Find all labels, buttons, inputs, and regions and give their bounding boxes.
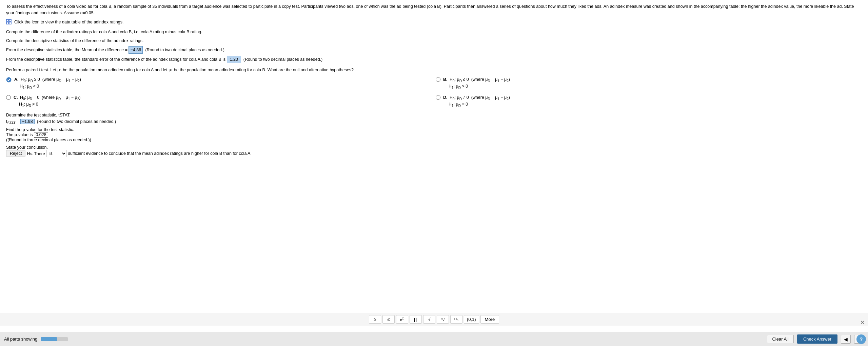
clear-all-button[interactable]: Clear All	[767, 335, 793, 343]
toolbar-btn-sqrt[interactable]: √	[423, 315, 435, 324]
grid-icon[interactable]	[6, 19, 12, 25]
hypothesis-option-b[interactable]: B. H0: μD ≤ 0 (where μD = μ1 − μ2) H1: μ…	[436, 75, 855, 91]
svg-point-4	[6, 77, 11, 82]
tstat-line: tSTAT = −1.98 (Round to two decimal plac…	[6, 119, 855, 125]
toolbar-close-button[interactable]: ✕	[860, 319, 865, 326]
hypothesis-option-c[interactable]: C. H0: μD = 0 (where μD = μ1 − μ2) H1: μ…	[6, 93, 426, 109]
progress-bar	[41, 337, 68, 341]
mean-line: From the descriptive statistics table, t…	[6, 46, 855, 54]
svg-rect-0	[6, 19, 8, 21]
checkmark-a	[6, 77, 12, 83]
toolbar-btn-sup[interactable]: n□	[396, 315, 408, 324]
radio-d[interactable]	[436, 95, 440, 100]
se-line: From the descriptive statistics table, t…	[6, 56, 855, 63]
reject-button[interactable]: Reject	[6, 150, 25, 157]
check-answer-button[interactable]: Check Answer	[797, 334, 837, 344]
toolbar-btn-le[interactable]: ≤	[382, 315, 395, 324]
progress-bar-fill	[41, 337, 57, 341]
data-table-row: Click the icon to view the data table of…	[6, 19, 855, 25]
conclusion-section: State your conclusion. Reject H₀. There …	[6, 145, 855, 157]
math-toolbar: ≥ ≤ n□ | | √ n√ □n (0,1) More	[0, 313, 868, 326]
toolbar-btn-ge[interactable]: ≥	[369, 315, 381, 324]
pvalue-label: Find the p-value for the test statistic.	[6, 127, 855, 132]
toolbar-btn-interval[interactable]: (0,1)	[464, 315, 479, 324]
hypothesis-option-d[interactable]: D. H0: μD ≠ 0 (where μD = μ1 − μ2) H1: μ…	[436, 93, 855, 109]
radio-b[interactable]	[436, 77, 440, 82]
hypothesis-grid: A. H0: μD ≥ 0 (where μD = μ1 − μ2) H1: μ…	[6, 75, 855, 109]
toolbar-btn-abs[interactable]: | |	[410, 315, 422, 324]
conclusion-label: State your conclusion.	[6, 145, 855, 150]
help-button[interactable]: ?	[856, 334, 866, 344]
hypothesis-option-a[interactable]: A. H0: μD ≥ 0 (where μD = μ1 − μ2) H1: μ…	[6, 75, 426, 91]
desc-stats-line1: Compute the difference of the adindex ra…	[6, 29, 855, 35]
desc-stats-line2: Compute the descriptive statistics of th…	[6, 37, 855, 44]
test-statistic-label: Determine the test statistic, tSTAT.	[6, 113, 855, 117]
svg-rect-3	[9, 22, 11, 24]
conclusion-row: Reject H₀. There is is not sufficient ev…	[6, 150, 855, 157]
data-table-link[interactable]: Click the icon to view the data table of…	[14, 20, 123, 24]
h0-text: H₀. There	[27, 151, 45, 156]
svg-rect-2	[6, 22, 8, 24]
tstat-value: −1.98	[20, 119, 35, 124]
bottom-bar: All parts showing Clear All Check Answer…	[0, 332, 868, 346]
mean-value: −4.86	[129, 46, 143, 54]
pvalue-value: 0.028	[34, 132, 48, 138]
pvalue-line: The p-value is 0.028 ((Round to three de…	[6, 132, 855, 142]
conclusion-end-text: sufficient evidence to conclude that the…	[68, 151, 252, 156]
hypothesis-section: Perform a paired t test. Let μ₁ be the p…	[6, 67, 855, 109]
intro-paragraph: To assess the effectiveness of a cola vi…	[6, 3, 855, 16]
all-parts-label: All parts showing	[4, 336, 37, 342]
toolbar-more-button[interactable]: More	[480, 315, 499, 324]
se-value: 1.20	[227, 56, 241, 63]
is-dropdown[interactable]: is is not	[46, 150, 67, 157]
toolbar-btn-nthroot[interactable]: n√	[437, 315, 449, 324]
hypothesis-question: Perform a paired t test. Let μ₁ be the p…	[6, 67, 855, 73]
pvalue-section: Find the p-value for the test statistic.…	[6, 127, 855, 142]
nav-prev-button[interactable]: ◀	[841, 335, 851, 344]
toolbar-btn-sub[interactable]: □n	[450, 315, 462, 324]
test-statistic-section: Determine the test statistic, tSTAT. tST…	[6, 113, 855, 125]
svg-rect-1	[9, 19, 11, 21]
radio-c[interactable]	[6, 95, 11, 100]
